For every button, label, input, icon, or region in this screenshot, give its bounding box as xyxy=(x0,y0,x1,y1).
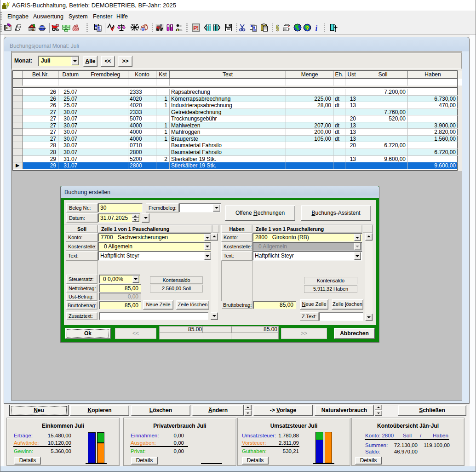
svg-text:?: ? xyxy=(306,25,309,31)
svg-text:€: € xyxy=(142,28,144,31)
svg-text:i: i xyxy=(315,24,318,32)
svg-text:P!: P! xyxy=(193,25,199,31)
svg-text:§: § xyxy=(276,24,280,32)
